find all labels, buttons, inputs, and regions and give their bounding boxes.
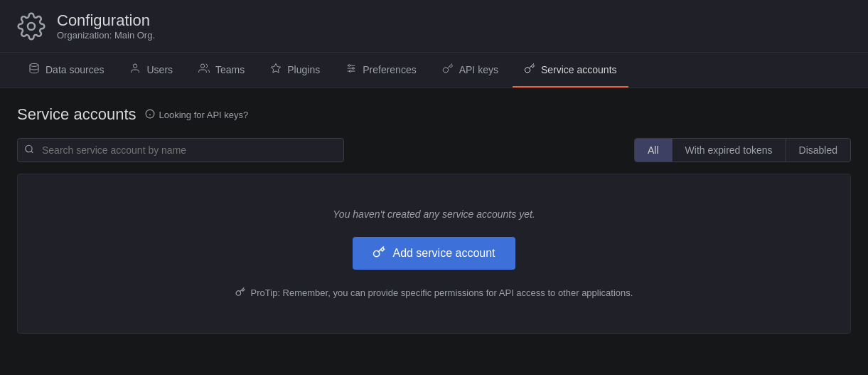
page-title: Service accounts xyxy=(17,105,136,124)
tab-teams-label: Teams xyxy=(215,64,245,75)
filter-all[interactable]: All xyxy=(635,139,673,162)
main-content: Service accounts Looking for API keys? xyxy=(0,88,868,351)
tab-preferences-label: Preferences xyxy=(363,64,416,75)
header-text: Configuration Organization: Main Org. xyxy=(57,11,155,41)
org-subtitle: Organization: Main Org. xyxy=(57,30,155,41)
app-title: Configuration xyxy=(57,11,155,30)
search-input[interactable] xyxy=(17,138,344,162)
svg-line-14 xyxy=(31,151,33,153)
add-service-account-label: Add service account xyxy=(392,247,495,260)
page-header: Configuration Organization: Main Org. xyxy=(0,0,868,53)
tab-teams[interactable]: Teams xyxy=(187,53,256,88)
service-accounts-icon xyxy=(524,63,535,76)
empty-state-text: You haven't created any service accounts… xyxy=(333,208,535,220)
api-keys-hint[interactable]: Looking for API keys? xyxy=(145,109,249,121)
search-icon xyxy=(24,144,34,157)
svg-point-2 xyxy=(134,64,137,68)
protip: ProTip: Remember, you can provide specif… xyxy=(235,287,633,299)
shield-icon xyxy=(235,287,245,299)
protip-text: ProTip: Remember, you can provide specif… xyxy=(251,287,633,298)
svg-point-3 xyxy=(200,64,204,68)
key-icon xyxy=(373,245,385,261)
tab-service-accounts-label: Service accounts xyxy=(541,64,617,75)
preferences-icon xyxy=(345,63,357,76)
tab-api-keys-label: API keys xyxy=(459,64,498,75)
svg-point-8 xyxy=(353,68,355,70)
search-wrapper xyxy=(17,138,344,162)
svg-point-7 xyxy=(348,65,350,67)
svg-point-13 xyxy=(26,145,32,152)
gear-icon xyxy=(17,12,45,41)
tab-plugins[interactable]: Plugins xyxy=(259,53,331,88)
users-icon xyxy=(129,63,141,76)
search-filter-row: All With expired tokens Disabled xyxy=(17,138,851,162)
tab-users-label: Users xyxy=(146,64,173,75)
api-hint-text: Looking for API keys? xyxy=(159,110,249,120)
tab-service-accounts[interactable]: Service accounts xyxy=(513,53,628,88)
filter-expired[interactable]: With expired tokens xyxy=(673,139,786,162)
data-sources-icon xyxy=(28,63,40,76)
info-icon xyxy=(145,109,155,121)
tab-preferences[interactable]: Preferences xyxy=(334,53,427,88)
filter-buttons: All With expired tokens Disabled xyxy=(634,138,851,162)
tab-api-keys[interactable]: API keys xyxy=(431,53,510,88)
tab-data-sources-label: Data sources xyxy=(45,64,104,75)
teams-icon xyxy=(198,63,210,76)
tab-users[interactable]: Users xyxy=(118,53,184,88)
plugins-icon xyxy=(270,63,282,76)
tab-data-sources[interactable]: Data sources xyxy=(17,53,115,88)
svg-point-9 xyxy=(350,70,352,73)
svg-point-0 xyxy=(28,23,35,30)
filter-disabled[interactable]: Disabled xyxy=(786,139,850,162)
api-keys-icon xyxy=(442,63,454,76)
svg-point-1 xyxy=(30,63,38,66)
tab-plugins-label: Plugins xyxy=(287,64,320,75)
empty-state-card: You haven't created any service accounts… xyxy=(17,174,851,334)
nav-tabs: Data sources Users Teams Plugins xyxy=(0,53,868,88)
add-service-account-button[interactable]: Add service account xyxy=(353,237,515,270)
page-title-row: Service accounts Looking for API keys? xyxy=(17,105,851,124)
